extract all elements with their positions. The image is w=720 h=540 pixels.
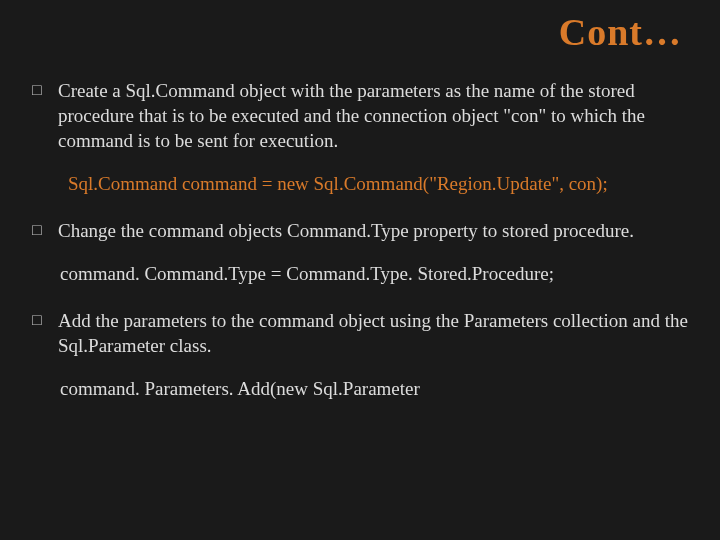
code-snippet: command. Command.Type = Command.Type. St… [60, 261, 690, 286]
bullet-text: Create a Sql.Command object with the par… [58, 78, 690, 153]
list-item: □ Create a Sql.Command object with the p… [30, 78, 690, 153]
slide-title: Cont… [559, 10, 682, 54]
code-snippet: Sql.Command command = new Sql.Command("R… [68, 171, 690, 196]
slide-content: □ Create a Sql.Command object with the p… [30, 78, 690, 423]
bullet-text: Add the parameters to the command object… [58, 308, 690, 358]
bullet-marker-icon: □ [30, 218, 58, 243]
list-item: □ Change the command objects Command.Typ… [30, 218, 690, 243]
code-snippet: command. Parameters. Add(new Sql.Paramet… [60, 376, 690, 401]
bullet-marker-icon: □ [30, 308, 58, 358]
bullet-text: Change the command objects Command.Type … [58, 218, 690, 243]
bullet-marker-icon: □ [30, 78, 58, 153]
list-item: □ Add the parameters to the command obje… [30, 308, 690, 358]
